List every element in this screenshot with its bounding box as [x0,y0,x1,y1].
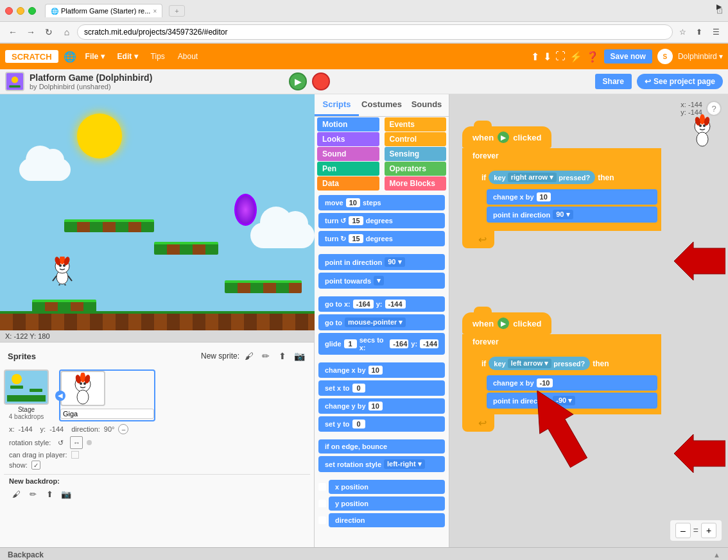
tips-menu[interactable]: Tips [147,49,169,64]
show-checkbox[interactable]: ✓ [31,461,40,470]
maximize-button[interactable] [28,7,36,15]
cat-data[interactable]: Data [317,176,379,191]
can-drag-checkbox[interactable] [71,451,79,459]
forever-end-1[interactable]: ↩ [462,231,494,248]
paint-sprite-icon[interactable]: 🖌 [242,349,256,363]
address-bar[interactable] [77,24,673,40]
share-button[interactable]: Share [595,74,632,89]
point-towards-block[interactable]: point towards ▾ [318,273,445,289]
glide-block[interactable]: glide 1 secs to x: -164 y: -144 [318,333,445,355]
opacity-button[interactable]: – [118,424,128,434]
camera-sprite-icon[interactable]: 📷 [292,349,306,363]
go-to-mouse-block[interactable]: go to mouse-pointer ▾ [318,314,445,330]
change-x-block[interactable]: change x by 10 [318,362,445,378]
backpack-bar[interactable]: Backpack ▲ [0,547,728,560]
set-x-block[interactable]: set x to 0 [318,380,445,396]
zoom-in-button[interactable]: + [701,523,716,538]
stop-button[interactable] [312,72,330,90]
point-direction-90-block[interactable]: point in direction 90 ▾ [487,207,657,223]
if-block-2[interactable]: if key left arrow ▾ pressed? then [476,353,657,373]
edit-backdrop-icon[interactable]: ✏ [26,487,40,501]
upload-sprite-icon[interactable]: ⬆ [275,349,290,363]
x-position-block[interactable]: x position [329,480,445,494]
svg-rect-2 [9,85,20,87]
forever-end-2[interactable]: ↩ [462,414,494,432]
close-button[interactable] [5,7,13,15]
cat-sensing[interactable]: Sensing [385,147,447,161]
rotation-lr-button[interactable]: ↔ [70,436,83,449]
file-menu[interactable]: File ▾ [82,49,108,64]
if-on-edge-block[interactable]: if on edge, bounce [318,439,445,454]
tab-scripts[interactable]: Scripts [315,94,359,116]
user-menu[interactable]: Dolphinbird ▾ [678,52,723,61]
camera-backdrop-icon[interactable]: 📷 [59,487,73,501]
forever-label-1[interactable]: forever [462,148,661,164]
help-header-icon[interactable]: ❓ [586,51,599,63]
tab-close-icon[interactable]: × [153,8,157,15]
rotation-all-button[interactable]: ↺ [55,437,66,448]
menu-icon[interactable]: ☰ [709,25,723,39]
share-icon[interactable]: ⬆ [692,25,706,39]
x-position-checkbox[interactable] [318,483,326,491]
cat-more-blocks[interactable]: More Blocks [385,176,447,191]
about-menu[interactable]: About [174,49,202,64]
edit-sprite-icon[interactable]: ✏ [259,349,273,363]
sprite-name-input[interactable] [60,409,154,419]
go-to-xy-block[interactable]: go to x: -164 y: -144 [318,296,445,312]
key-dropdown-2[interactable]: left arrow ▾ [508,359,552,368]
cat-sound[interactable]: Sound [317,147,379,161]
change-x-by-10-block[interactable]: change x by 10 [487,189,657,205]
move-block[interactable]: move 10 steps [318,195,445,210]
minimize-button[interactable] [17,7,24,15]
turn-left-block[interactable]: turn ↺ 15 degrees [318,213,445,228]
direction-checkbox[interactable] [318,516,326,524]
key-dropdown-1[interactable]: right arrow ▾ [508,173,557,182]
browser-tab[interactable]: 🌐 Platform Game (Starter) re... × [45,4,162,17]
set-rotation-style-block[interactable]: set rotation style left-right ▾ [318,456,445,472]
zoom-out-button[interactable]: – [675,523,691,538]
prev-sprite-button[interactable]: ◀ [55,391,65,401]
y-position-block[interactable]: y position [329,496,445,511]
home-button[interactable]: ⌂ [59,24,74,40]
giga-sprite-item[interactable]: ◀ [59,369,155,421]
see-project-button[interactable]: ↩ See project page [637,74,723,89]
turbo-icon[interactable]: ⚡ [569,51,582,63]
download-icon[interactable]: ⬇ [543,51,551,63]
bookmark-icon[interactable]: ☆ [675,25,689,39]
set-y-block[interactable]: set y to 0 [318,416,445,432]
cat-operators[interactable]: Operators [385,162,447,176]
key-pressed-sensing-2[interactable]: key left arrow ▾ pressed? [489,357,590,370]
cat-looks[interactable]: Looks [317,132,379,146]
stage-item[interactable]: Stage 4 backdrops [4,369,49,421]
cat-motion[interactable]: Motion [317,117,379,132]
cat-pen[interactable]: Pen [317,162,379,176]
fullscreen-icon[interactable]: ⛶ [555,51,566,62]
if-block-1[interactable]: if key right arrow ▾ pressed? then [476,167,657,187]
when-flag-hat-2[interactable]: when ▶ clicked [462,312,551,334]
forward-button[interactable]: → [23,24,39,40]
turn-right-block[interactable]: turn ↻ 15 degrees [318,231,445,246]
tab-costumes[interactable]: Costumes [359,94,404,116]
cat-events[interactable]: Events [385,117,447,132]
key-pressed-sensing-1[interactable]: key right arrow ▾ pressed? [489,171,595,184]
direction-block[interactable]: direction [329,513,445,527]
forever-label-2[interactable]: forever [462,334,661,350]
refresh-button[interactable]: ↻ [41,24,56,40]
edit-menu[interactable]: Edit ▾ [114,49,142,64]
upload-backdrop-icon[interactable]: ⬆ [42,487,56,501]
y-position-checkbox[interactable] [318,500,326,507]
back-button[interactable]: ← [5,24,21,40]
green-flag-button[interactable]: ▶ [289,72,307,90]
point-in-direction-block[interactable]: point in direction 90 ▾ [318,254,445,270]
globe-icon[interactable]: 🌐 [64,51,76,63]
when-flag-hat-1[interactable]: when ▶ clicked [462,126,551,148]
change-y-block[interactable]: change y by 10 [318,398,445,414]
new-tab-button[interactable]: + [169,5,184,17]
paint-backdrop-icon[interactable]: 🖌 [9,487,23,501]
cat-control[interactable]: Control [385,132,447,146]
tab-sounds[interactable]: Sounds [404,94,449,116]
upload-icon[interactable]: ⬆ [531,51,539,63]
save-now-button[interactable]: Save now [604,49,652,64]
rotation-none-button[interactable] [87,440,92,445]
sprite-thumbnail-giga [60,371,105,406]
